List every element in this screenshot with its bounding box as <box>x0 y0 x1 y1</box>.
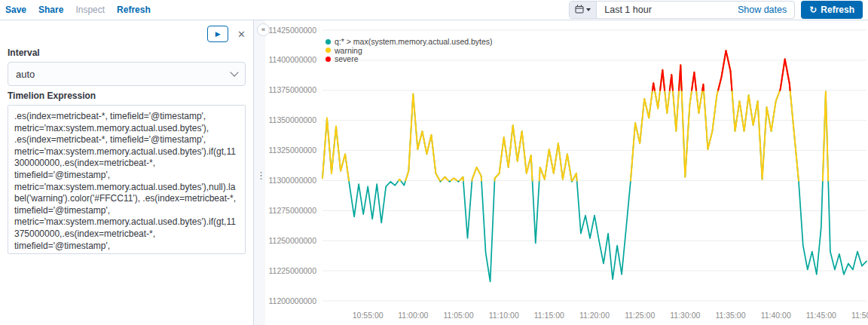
timelion-editor-panel: ▶ ✕ Interval auto Timelion Expression .e… <box>0 20 254 325</box>
nav-links: Save Share Inspect Refresh <box>5 5 151 15</box>
legend-label: warning <box>335 47 362 55</box>
svg-text:11:35:00: 11:35:00 <box>715 311 745 320</box>
save-button[interactable]: Save <box>5 5 26 15</box>
time-picker: Last 1 hour Show dates ↻ Refresh <box>569 1 863 19</box>
svg-text:11350000000: 11350000000 <box>269 115 317 124</box>
expression-textarea[interactable]: .es(index=metricbeat-*, timefield='@time… <box>8 105 246 254</box>
svg-text:11425000000: 11425000000 <box>269 26 317 35</box>
refresh-link[interactable]: Refresh <box>117 5 151 15</box>
svg-text:11300000000: 11300000000 <box>269 176 317 185</box>
calendar-icon <box>575 3 584 17</box>
svg-text:11275000000: 11275000000 <box>269 206 317 215</box>
series-severe-dot <box>326 57 331 62</box>
svg-text:11:05:00: 11:05:00 <box>443 311 473 320</box>
chart-legend: q:* > max(system.memory.actual.used.byte… <box>326 38 493 64</box>
panel-resize-handle[interactable]: ⋮ <box>256 170 266 180</box>
time-picker-group: Last 1 hour Show dates <box>569 1 795 19</box>
refresh-button[interactable]: ↻ Refresh <box>801 1 863 19</box>
legend-label: q:* > max(system.memory.actual.used.byte… <box>335 38 493 46</box>
svg-text:11:30:00: 11:30:00 <box>670 311 700 320</box>
svg-text:11:25:00: 11:25:00 <box>625 311 655 320</box>
refresh-icon: ↻ <box>809 5 817 14</box>
series-warning-dot <box>326 48 331 53</box>
inspect-button[interactable]: Inspect <box>75 5 105 15</box>
svg-text:11:50:00: 11:50:00 <box>851 311 868 320</box>
collapse-panel-button[interactable]: « <box>257 23 270 36</box>
chevron-down-icon <box>230 68 238 76</box>
timelion-chart-pane: 1120000000011225000000112500000001127500… <box>265 20 868 325</box>
interval-label: Interval <box>8 48 246 58</box>
close-icon[interactable]: ✕ <box>237 29 246 39</box>
chevron-down-icon <box>586 8 591 11</box>
svg-text:11200000000: 11200000000 <box>269 296 317 305</box>
svg-text:11375000000: 11375000000 <box>269 85 317 94</box>
series-base-dot <box>326 39 331 44</box>
svg-text:10:55:00: 10:55:00 <box>353 311 384 320</box>
svg-text:11:45:00: 11:45:00 <box>806 311 836 320</box>
svg-text:11:15:00: 11:15:00 <box>534 311 564 320</box>
time-range-value[interactable]: Last 1 hour <box>597 5 659 15</box>
svg-text:11250000000: 11250000000 <box>269 236 317 245</box>
svg-text:11:00:00: 11:00:00 <box>398 311 428 320</box>
share-button[interactable]: Share <box>38 5 63 15</box>
legend-label: severe <box>335 55 359 63</box>
interval-value: auto <box>16 69 35 80</box>
legend-item: severe <box>326 55 493 63</box>
calendar-dropdown-button[interactable] <box>570 2 597 18</box>
show-dates-link[interactable]: Show dates <box>738 5 794 15</box>
svg-text:11:20:00: 11:20:00 <box>579 311 610 320</box>
expression-label: Timelion Expression <box>8 90 246 101</box>
top-nav-bar: Save Share Inspect Refresh Last 1 hour S… <box>0 0 868 20</box>
svg-text:11:40:00: 11:40:00 <box>761 311 791 320</box>
svg-text:11:10:00: 11:10:00 <box>489 311 519 320</box>
svg-text:11325000000: 11325000000 <box>269 146 317 155</box>
svg-text:11225000000: 11225000000 <box>269 266 317 275</box>
play-button[interactable]: ▶ <box>207 26 228 42</box>
play-icon: ▶ <box>215 31 221 38</box>
svg-text:11400000000: 11400000000 <box>269 55 317 64</box>
legend-item: q:* > max(system.memory.actual.used.byte… <box>326 38 493 46</box>
timelion-chart[interactable]: 1120000000011225000000112500000001127500… <box>265 20 868 325</box>
legend-item: warning <box>326 47 493 55</box>
interval-select[interactable]: auto <box>8 62 246 86</box>
editor-actions: ▶ ✕ <box>8 25 246 43</box>
refresh-button-label: Refresh <box>821 5 854 15</box>
